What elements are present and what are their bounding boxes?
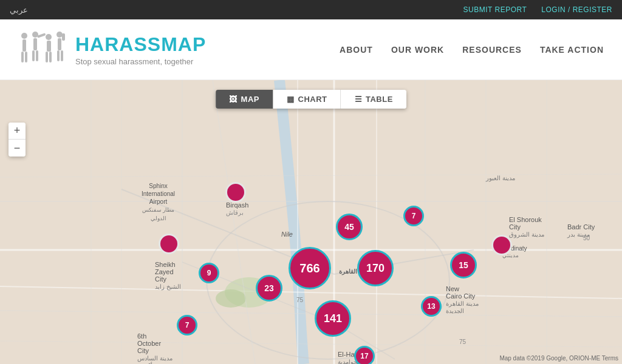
top-bar: عربي SUBMIT REPORT LOGIN / REGISTER bbox=[0, 0, 622, 19]
svg-rect-5 bbox=[33, 38, 37, 50]
logo-title: HARASSMAP bbox=[75, 33, 206, 56]
pin-15[interactable]: 15 bbox=[450, 252, 477, 278]
svg-rect-1 bbox=[22, 39, 26, 52]
logo-text-block: HARASSMAP Stop sexual harassment, togeth… bbox=[75, 33, 206, 66]
table-label: TABLE bbox=[366, 95, 393, 104]
svg-point-0 bbox=[21, 33, 27, 39]
svg-rect-17 bbox=[62, 33, 65, 41]
pin-45[interactable]: 45 bbox=[336, 214, 363, 240]
svg-point-31 bbox=[216, 289, 246, 308]
pin-9[interactable]: 9 bbox=[199, 263, 219, 283]
map-container[interactable]: SphinxInternationalAirport مطار سفنكسالد… bbox=[0, 80, 622, 364]
nav-take-action[interactable]: TAKE ACTION bbox=[540, 45, 604, 55]
logo-plain: HARASS bbox=[75, 33, 161, 55]
pin-modinati[interactable] bbox=[491, 235, 512, 255]
svg-rect-11 bbox=[46, 52, 48, 62]
header: HARASSMAP Stop sexual harassment, togeth… bbox=[0, 19, 622, 80]
view-toggle: 🖾 MAP ▩ CHART ☰ TABLE bbox=[216, 90, 406, 109]
table-icon: ☰ bbox=[355, 95, 363, 104]
svg-rect-8 bbox=[36, 50, 38, 61]
logo-area: HARASSMAP Stop sexual harassment, togeth… bbox=[18, 29, 206, 71]
login-register-link[interactable]: LOGIN / REGISTER bbox=[541, 5, 612, 14]
svg-rect-2 bbox=[21, 52, 24, 62]
map-background bbox=[0, 80, 622, 364]
arabic-label[interactable]: عربي bbox=[10, 5, 28, 15]
main-nav: ABOUT OUR WORK RESOURCES TAKE ACTION bbox=[340, 45, 604, 55]
logo-accent: MAP bbox=[161, 33, 206, 55]
svg-rect-12 bbox=[49, 52, 52, 62]
pin-13[interactable]: 13 bbox=[421, 296, 442, 317]
pin-23[interactable]: 23 bbox=[256, 275, 282, 302]
svg-rect-16 bbox=[61, 50, 63, 61]
pin-7-right[interactable]: 7 bbox=[403, 206, 424, 226]
chart-label: CHART bbox=[298, 95, 327, 104]
chart-view-button[interactable]: ▩ CHART bbox=[273, 90, 341, 109]
svg-point-13 bbox=[56, 32, 63, 38]
pin-sphinx-area[interactable] bbox=[159, 234, 179, 254]
pin-birqash[interactable] bbox=[225, 182, 246, 203]
zoom-in-button[interactable]: + bbox=[9, 123, 26, 140]
svg-rect-15 bbox=[57, 50, 60, 61]
svg-rect-3 bbox=[25, 52, 27, 62]
logo-subtitle: Stop sexual harassment, together bbox=[75, 57, 206, 66]
pin-7-left[interactable]: 7 bbox=[177, 315, 197, 335]
zoom-controls: + − bbox=[9, 123, 26, 157]
chart-icon: ▩ bbox=[287, 95, 295, 104]
logo-icon bbox=[18, 29, 67, 71]
svg-point-4 bbox=[32, 32, 38, 38]
svg-rect-14 bbox=[58, 38, 61, 50]
svg-rect-7 bbox=[32, 50, 35, 61]
map-attribution: Map data ©2019 Google, ORION-ME Terms bbox=[499, 355, 618, 362]
svg-rect-6 bbox=[37, 33, 46, 38]
submit-report-link[interactable]: SUBMIT REPORT bbox=[463, 5, 527, 14]
map-view-button[interactable]: 🖾 MAP bbox=[216, 90, 273, 109]
svg-point-9 bbox=[46, 34, 52, 40]
pin-766[interactable]: 766 bbox=[289, 247, 331, 289]
map-label: MAP bbox=[241, 95, 259, 104]
svg-rect-10 bbox=[47, 41, 51, 52]
pin-141[interactable]: 141 bbox=[315, 300, 351, 337]
table-view-button[interactable]: ☰ TABLE bbox=[341, 90, 406, 109]
pin-170[interactable]: 170 bbox=[357, 250, 394, 286]
nav-resources[interactable]: RESOURCES bbox=[462, 45, 522, 55]
svg-rect-18 bbox=[0, 80, 622, 364]
pin-17[interactable]: 17 bbox=[354, 346, 375, 364]
zoom-out-button[interactable]: − bbox=[9, 140, 26, 157]
nav-our-work[interactable]: OUR WORK bbox=[391, 45, 444, 55]
top-bar-actions: SUBMIT REPORT LOGIN / REGISTER bbox=[463, 5, 612, 14]
map-icon: 🖾 bbox=[229, 95, 238, 104]
nav-about[interactable]: ABOUT bbox=[340, 45, 373, 55]
